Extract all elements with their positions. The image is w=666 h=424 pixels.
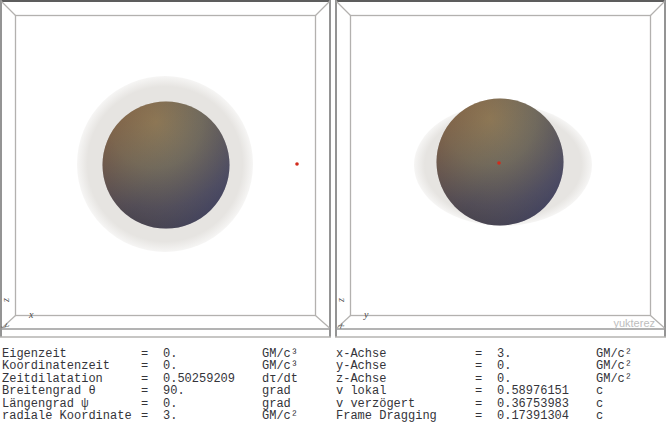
param-value: 3. xyxy=(497,348,596,360)
particle-dot xyxy=(295,162,299,166)
axis-label-y: y xyxy=(363,309,369,320)
equals-sign: = xyxy=(475,385,497,397)
left-3d-viewport[interactable]: x z y xyxy=(0,0,331,339)
readout-table-left: Eigenzeit=0.GM/c³ Koordinatenzeit=0.GM/c… xyxy=(2,348,298,422)
param-label: v lokal xyxy=(336,385,475,397)
corner-diagonal xyxy=(316,2,330,16)
corner-diagonal xyxy=(316,316,330,329)
param-unit: GM/c² xyxy=(262,410,298,422)
equals-sign: = xyxy=(141,385,163,397)
param-value: 90. xyxy=(163,385,262,397)
corner-diagonal xyxy=(2,2,16,16)
table-row: Frame Dragging=0.17391304c xyxy=(336,410,632,422)
param-value: 0.58976151 xyxy=(497,385,596,397)
table-row: radiale Koordinate=3.GM/c² xyxy=(2,410,298,422)
simulation-screen: x z y y z x yukterez Eigenzeit=0.GM/c xyxy=(0,0,666,424)
readout-table-right: x-Achse=3.GM/c² y-Achse=0.GM/c² z-Achse=… xyxy=(336,348,632,422)
param-unit: c xyxy=(596,410,632,422)
param-label: Frame Dragging xyxy=(336,410,475,422)
param-value: 3. xyxy=(163,410,262,422)
param-unit: GM/c² xyxy=(596,360,632,372)
param-value: 0. xyxy=(497,360,596,372)
axis-label-z: z xyxy=(0,298,11,303)
param-label: Breitengrad θ xyxy=(2,385,141,397)
watermark-text: yukterez xyxy=(613,317,655,329)
param-value: 0. xyxy=(163,360,262,372)
equals-sign: = xyxy=(475,360,497,372)
table-row: Breitengrad θ=90.grad xyxy=(2,385,298,397)
param-label: radiale Koordinate xyxy=(2,410,141,422)
table-row: v lokal=0.58976151c xyxy=(336,385,632,397)
particle-dot xyxy=(497,161,501,165)
axis-label-x: x xyxy=(28,309,34,320)
equals-sign: = xyxy=(475,410,497,422)
param-unit: grad xyxy=(262,385,298,397)
param-label: y-Achse xyxy=(336,360,475,372)
corner-diagonal xyxy=(337,2,351,16)
equals-sign: = xyxy=(141,360,163,372)
param-label: Koordinatenzeit xyxy=(2,360,141,372)
param-unit: c xyxy=(596,385,632,397)
param-value: 0.17391304 xyxy=(497,410,596,422)
right-3d-viewport[interactable]: y z x yukterez xyxy=(335,0,666,339)
table-row: Koordinatenzeit=0.GM/c³ xyxy=(2,360,298,372)
param-unit: GM/c³ xyxy=(262,360,298,372)
planet-sphere-tint xyxy=(103,102,230,229)
axis-label-z: z xyxy=(335,298,346,303)
table-row: y-Achse=0.GM/c² xyxy=(336,360,632,372)
param-value: 0. xyxy=(163,348,262,360)
equals-sign: = xyxy=(141,410,163,422)
param-value: 0. xyxy=(163,398,262,410)
corner-diagonal xyxy=(651,2,665,16)
